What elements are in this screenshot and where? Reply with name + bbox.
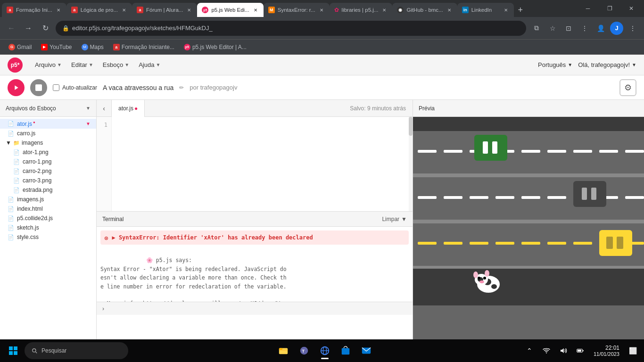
tab-close-5[interactable]: ✕	[318, 7, 325, 13]
folder-imagens[interactable]: ▼ 📁 imagens	[0, 138, 96, 148]
file-item-ator-js[interactable]: 📄 ator.js ▼	[0, 119, 96, 129]
tab-close-2[interactable]: ✕	[121, 7, 127, 13]
bookmark-formacao[interactable]: a Formação Iniciante...	[109, 42, 178, 52]
editor-scrollbar[interactable]	[409, 117, 413, 211]
battery-icon[interactable]	[573, 342, 588, 359]
svg-rect-4	[444, 150, 462, 153]
tab-linkedin[interactable]: in LinkedIn ✕	[457, 3, 514, 17]
sidebar-header: Arquivos do Esboço ▼	[0, 100, 96, 117]
forward-button[interactable]: →	[22, 22, 35, 35]
bookmark-youtube[interactable]: ▶ YouTube	[37, 42, 75, 52]
svg-rect-61	[279, 348, 282, 350]
svg-rect-28	[495, 242, 514, 245]
file-item-estrada-png[interactable]: 📄 estrada.png	[0, 185, 96, 195]
reload-button[interactable]: ↻	[39, 22, 52, 35]
file-item-carro2-png[interactable]: 📄 carro-2.png	[0, 166, 96, 176]
menu-esboco[interactable]: Esboço ▼	[98, 59, 134, 70]
tab-close-4[interactable]: ✕	[252, 7, 259, 13]
tab-syntaxerror[interactable]: M SyntaxError: r... ✕	[264, 3, 330, 17]
auto-update-input[interactable]	[53, 84, 59, 91]
favorite-icon[interactable]: ☆	[546, 22, 559, 35]
tab-close-6[interactable]: ✕	[381, 7, 388, 13]
taskbar-app-mail[interactable]	[357, 341, 376, 360]
file-expand-icon[interactable]: ▼	[86, 121, 91, 126]
tab-libraries[interactable]: ✿ libraries | p5.j... ✕	[330, 3, 393, 17]
file-item-style[interactable]: 📄 style.css	[0, 232, 96, 242]
language-button[interactable]: Português ▼	[538, 61, 572, 68]
modified-indicator: ●	[134, 105, 138, 112]
taskbar-app-chat[interactable]: T	[295, 341, 314, 360]
taskbar-app-store[interactable]	[336, 341, 355, 360]
collapse-sidebar-button[interactable]: ‹	[97, 100, 112, 117]
bookmark-maps[interactable]: M Maps	[78, 42, 107, 52]
tab-close-1[interactable]: ✕	[55, 7, 62, 13]
file-item-carro-js[interactable]: 📄 carro.js	[0, 129, 96, 138]
volume-icon[interactable]	[556, 342, 571, 359]
file-item-sketch[interactable]: 📄 sketch.js	[0, 223, 96, 232]
terminal-expand-icon[interactable]: ›	[102, 305, 104, 312]
code-tab-ator[interactable]: ator.js ●	[112, 100, 145, 117]
tab-logica[interactable]: a Lógica de pro... ✕	[66, 3, 132, 17]
file-item-ator-png[interactable]: 📄 ator-1.png	[0, 148, 96, 157]
play-button[interactable]	[8, 79, 25, 96]
start-button[interactable]	[4, 341, 23, 360]
wifi-signal-icon	[543, 347, 550, 354]
user-arrow-icon: ▼	[632, 62, 636, 67]
new-tab-button[interactable]: +	[514, 3, 527, 17]
settings-button[interactable]: ⚙	[619, 79, 636, 96]
tab-forum[interactable]: a Fórum | Alura... ✕	[132, 3, 197, 17]
bookmarks-icon[interactable]: ⋮	[578, 22, 591, 35]
menu-editar[interactable]: Editar ▼	[66, 59, 98, 70]
bookmark-gmail[interactable]: G Gmail	[5, 42, 35, 52]
tab-formacao[interactable]: a Formação Ini... ✕	[2, 3, 66, 17]
file-item-imagens-js[interactable]: 📄 imagens.js	[0, 195, 96, 204]
file-item-index-html[interactable]: 📄 index.html	[0, 204, 96, 214]
screenshot-icon[interactable]: ⊡	[562, 22, 575, 35]
tab-close-3[interactable]: ✕	[186, 7, 192, 13]
wifi-icon[interactable]	[539, 342, 554, 359]
window-close-button[interactable]: ✕	[620, 1, 642, 16]
profile-avatar[interactable]: J	[610, 22, 623, 35]
clock-display[interactable]: 22:01 11/01/2023	[590, 341, 623, 360]
windows-logo-icon	[8, 346, 18, 355]
file-name-estrada: estrada.png	[23, 187, 52, 193]
code-content[interactable]	[112, 117, 409, 211]
menu-ajuda[interactable]: Ajuda ▼	[134, 59, 165, 70]
svg-rect-56	[14, 346, 17, 350]
auto-update-checkbox[interactable]: Auto-atualizar	[53, 84, 97, 91]
show-desktop-icon[interactable]: ⌃	[522, 342, 537, 359]
back-button[interactable]: ←	[5, 22, 18, 35]
scrollbar-thumb[interactable]	[409, 117, 413, 136]
tab-p5editor[interactable]: p5 p5.js Web Edi... ✕	[197, 3, 263, 17]
notification-button[interactable]: ⬜	[625, 342, 640, 359]
stop-button[interactable]	[30, 79, 47, 96]
window-restore-button[interactable]: ❐	[599, 1, 620, 16]
account-icon[interactable]: 👤	[594, 22, 607, 35]
extensions-icon[interactable]: ⧉	[530, 22, 543, 35]
code-editor[interactable]: 1	[97, 117, 413, 211]
sidebar-expand-icon[interactable]: ▼	[86, 106, 91, 111]
file-item-carro1-png[interactable]: 📄 carro-1.png	[0, 157, 96, 166]
taskbar-app-explorer[interactable]	[274, 341, 293, 360]
taskbar-app-browser[interactable]	[315, 341, 334, 360]
browser-menu-icon[interactable]: ⋮	[626, 22, 639, 35]
svg-rect-42	[599, 230, 632, 256]
taskbar-search[interactable]: Pesquisar	[25, 342, 128, 359]
window-minimize-button[interactable]: ─	[577, 1, 599, 16]
user-greeting[interactable]: Olá, trafegopagojv! ▼	[578, 61, 636, 68]
tab-github[interactable]: ◉ GitHub - bmc... ✕	[392, 3, 457, 17]
file-name-carro2: carro-2.png	[23, 168, 51, 174]
error-text: ▶ SyntaxError: Identifier 'xAtor' has al…	[112, 233, 313, 242]
date-text: 11/01/2023	[594, 351, 619, 357]
file-item-collide[interactable]: 📄 p5.collide2d.js	[0, 214, 96, 223]
bookmark-p5[interactable]: p5 p5.js Web Editor | A...	[180, 42, 250, 52]
file-item-carro3-png[interactable]: 📄 carro-3.png	[0, 176, 96, 185]
terminal-clear-button[interactable]: Limpar ▼	[382, 216, 407, 222]
gmail-favicon: G	[8, 44, 15, 50]
address-input[interactable]: 🔒 editor.p5js.org/trafegopagojv/sketches…	[56, 21, 526, 36]
edit-sketch-name-icon[interactable]: ✏	[179, 84, 184, 91]
svg-rect-60	[279, 350, 288, 350]
tab-close-7[interactable]: ✕	[446, 7, 453, 13]
menu-arquivo[interactable]: Arquivo ▼	[30, 59, 66, 70]
tab-close-8[interactable]: ✕	[503, 7, 509, 13]
